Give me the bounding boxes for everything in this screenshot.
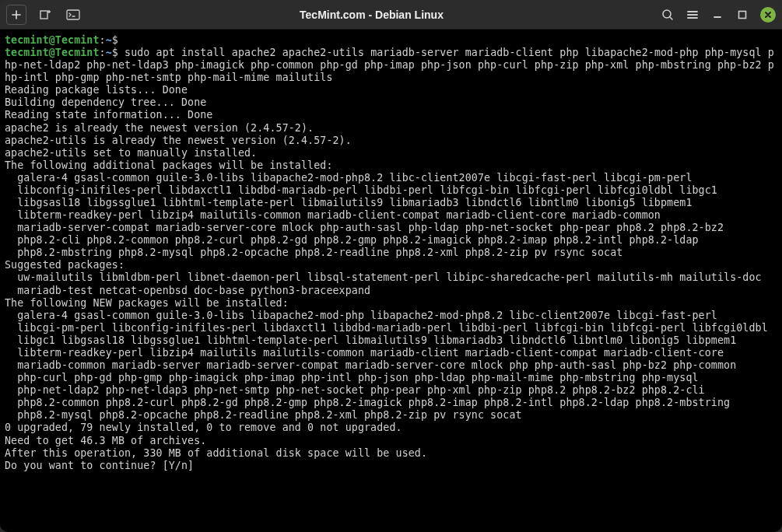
prompt-user-2: tecmint@Tecmint: [5, 47, 100, 58]
terminal-output[interactable]: tecmint@Tecmint:~$ tecmint@Tecmint:~$ su…: [0, 30, 782, 532]
output-apache-utils-newest: apache2-utils is already the newest vers…: [5, 135, 352, 146]
svg-rect-0: [40, 11, 47, 19]
command-text: sudo apt install apache2 apache2-utils m…: [5, 47, 774, 83]
output-reading-lists: Reading package lists... Done: [5, 84, 188, 96]
titlebar-right-controls: [661, 7, 776, 23]
minimize-button[interactable]: [710, 8, 724, 22]
prompt-dollar: $: [112, 34, 118, 46]
output-after-op: After this operation, 330 MB of addition…: [5, 447, 427, 459]
output-suggested-packages: uw-mailutils libmldbm-perl libnet-daemon…: [5, 271, 762, 296]
close-button[interactable]: [760, 7, 776, 23]
svg-rect-3: [739, 11, 746, 18]
output-additional-packages: galera-4 gsasl-common guile-3.0-libs lib…: [5, 172, 724, 258]
output-apache-utils-manual: apache2-utils set to manually installed.: [5, 147, 257, 159]
output-apache-newest: apache2 is already the newest version (2…: [5, 122, 314, 134]
output-need-get: Need to get 46.3 MB of archives.: [5, 435, 206, 446]
prompt-colon: :: [100, 34, 106, 46]
output-reading-state: Reading state information... Done: [5, 109, 212, 121]
terminal-icon[interactable]: [64, 5, 82, 24]
titlebar-left-controls: [6, 5, 82, 25]
new-window-icon[interactable]: [36, 5, 54, 24]
output-continue-prompt: Do you want to continue? [Y/n]: [5, 460, 200, 471]
output-new-header: The following NEW packages will be insta…: [5, 297, 289, 309]
window-title: TecMint.com - Debian Linux: [82, 9, 661, 21]
new-tab-button[interactable]: [6, 5, 26, 25]
output-additional-header: The following additional packages will b…: [5, 159, 332, 171]
output-building-tree: Building dependency tree... Done: [5, 96, 206, 108]
prompt-path: ~: [106, 34, 112, 46]
prompt-user: tecmint@Tecmint: [5, 34, 100, 46]
search-icon[interactable]: [661, 8, 675, 22]
menu-icon[interactable]: [686, 8, 700, 22]
svg-rect-1: [67, 10, 79, 19]
output-new-packages: galera-4 gsasl-common guile-3.0-libs lib…: [5, 310, 768, 422]
output-summary: 0 upgraded, 79 newly installed, 0 to rem…: [5, 422, 402, 433]
titlebar: TecMint.com - Debian Linux: [0, 0, 782, 30]
output-suggested-header: Suggested packages:: [5, 259, 124, 271]
maximize-button[interactable]: [735, 8, 749, 22]
